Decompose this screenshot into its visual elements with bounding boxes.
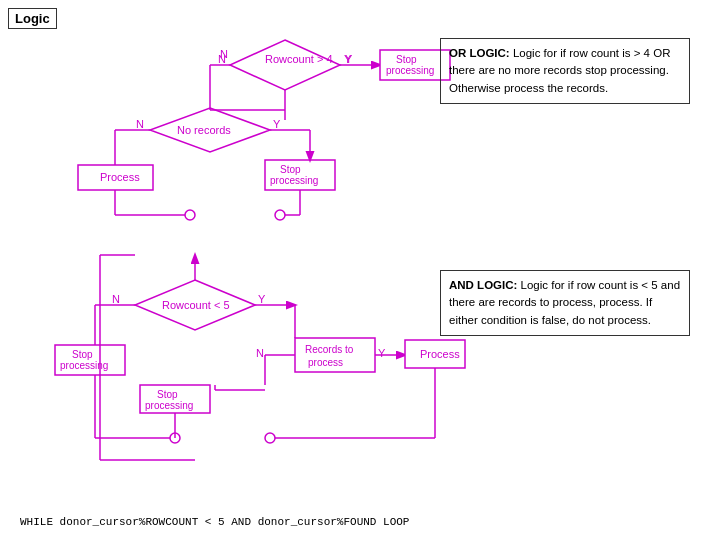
svg-text:N: N	[112, 293, 120, 305]
svg-marker-0	[230, 40, 340, 90]
svg-text:processing: processing	[386, 65, 434, 76]
svg-text:Rowcount > 4: Rowcount > 4	[265, 53, 333, 65]
svg-text:processing: processing	[145, 400, 193, 411]
svg-text:Stop: Stop	[72, 349, 93, 360]
svg-text:process: process	[308, 357, 343, 368]
svg-text:N: N	[256, 347, 264, 359]
svg-text:Records to: Records to	[305, 344, 354, 355]
svg-text:N: N	[136, 118, 144, 130]
svg-point-26	[275, 210, 285, 220]
or-logic-box: OR LOGIC: Logic for if row count is > 4 …	[440, 38, 690, 104]
svg-text:Process: Process	[100, 171, 140, 183]
svg-text:Y: Y	[378, 347, 386, 359]
and-logic-box: AND LOGIC: Logic for if row count is < 5…	[440, 270, 690, 336]
svg-text:Stop: Stop	[280, 164, 301, 175]
svg-text:Stop: Stop	[157, 389, 178, 400]
svg-text:No records: No records	[177, 124, 231, 136]
svg-text:processing: processing	[270, 175, 318, 186]
svg-text:N: N	[220, 48, 228, 60]
code-line: WHILE donor_cursor%ROWCOUNT < 5 AND dono…	[20, 516, 409, 528]
svg-point-25	[185, 210, 195, 220]
svg-text:Stop: Stop	[396, 54, 417, 65]
and-logic-title: AND LOGIC:	[449, 279, 517, 291]
svg-point-58	[265, 433, 275, 443]
svg-text:Process: Process	[420, 348, 460, 360]
svg-text:Y: Y	[258, 293, 266, 305]
svg-text:processing: processing	[60, 360, 108, 371]
or-logic-title: OR LOGIC:	[449, 47, 510, 59]
svg-text:Y: Y	[273, 118, 281, 130]
svg-text:Rowcount < 5: Rowcount < 5	[162, 299, 230, 311]
svg-text:Y: Y	[344, 53, 352, 65]
